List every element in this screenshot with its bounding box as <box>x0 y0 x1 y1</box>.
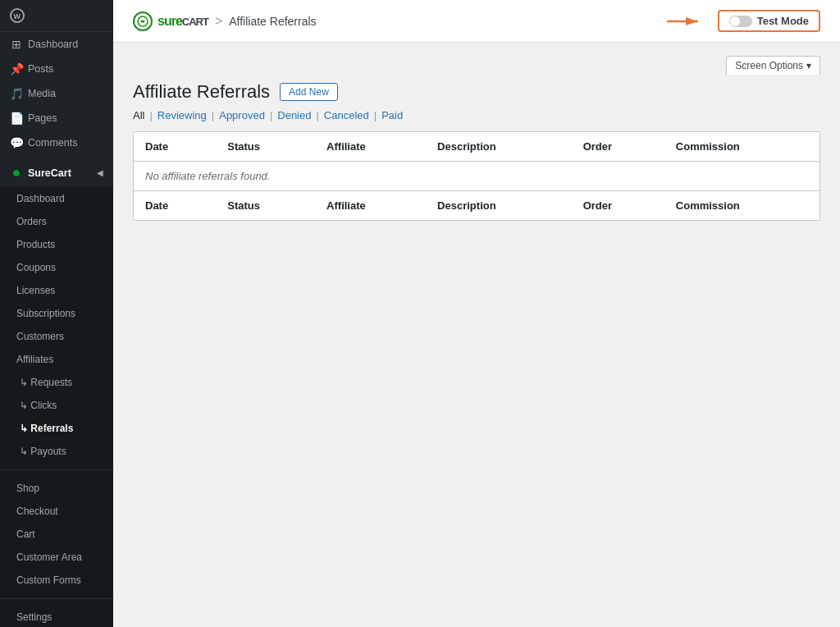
table-head: Date Status Affiliate Description Order … <box>134 132 819 162</box>
filter-link-paid[interactable]: Paid <box>381 109 403 121</box>
col-commission: Commission <box>664 132 819 162</box>
sidebar-item-posts[interactable]: 📌 Posts <box>0 57 113 81</box>
surecart-submenu: Dashboard Orders Products Coupons Licens… <box>0 187 113 627</box>
sidebar-item-sc-checkout[interactable]: Checkout <box>0 500 113 523</box>
surecart-icon: ● <box>10 164 23 181</box>
sidebar-item-sc-coupons[interactable]: Coupons <box>0 256 113 279</box>
sc-requests-label: ↳ Requests <box>20 377 103 388</box>
sidebar-item-sc-customer-area[interactable]: Customer Area <box>0 546 113 569</box>
pages-icon: 📄 <box>10 112 23 125</box>
sidebar-item-sc-payouts[interactable]: ↳ Payouts <box>0 440 113 463</box>
sidebar-item-sc-dashboard[interactable]: Dashboard <box>0 187 113 210</box>
divider-2 <box>0 598 113 599</box>
filter-link-approved[interactable]: Approved <box>219 109 265 121</box>
sc-payouts-label: ↳ Payouts <box>20 446 103 457</box>
sc-products-label: Products <box>16 239 103 250</box>
screen-options-label: Screen Options <box>735 60 803 71</box>
filter-link-canceled[interactable]: Canceled <box>324 109 369 121</box>
sidebar-item-dashboard-label: Dashboard <box>28 39 103 50</box>
filter-sep-3: | <box>270 109 272 121</box>
sidebar-item-surecart[interactable]: ● SureCart ◀ <box>0 158 113 187</box>
sidebar-item-sc-shop[interactable]: Shop <box>0 477 113 500</box>
foot-col-order: Order <box>572 191 664 221</box>
sc-customer-area-label: Customer Area <box>16 551 103 563</box>
foot-col-description: Description <box>426 191 572 221</box>
sidebar-item-sc-cart[interactable]: Cart <box>0 523 113 546</box>
surecart-logo: sureCART <box>133 11 208 31</box>
wp-logo: W <box>0 0 113 32</box>
page-title-row: Affiliate Referrals Add New <box>133 81 820 103</box>
sidebar-item-pages-label: Pages <box>28 112 103 124</box>
sidebar-item-sc-customers[interactable]: Customers <box>0 325 113 348</box>
posts-icon: 📌 <box>10 62 23 76</box>
foot-col-commission: Commission <box>664 191 819 221</box>
foot-col-date: Date <box>134 191 216 221</box>
sidebar-item-sc-orders[interactable]: Orders <box>0 210 113 233</box>
sc-settings-label: Settings <box>16 611 103 623</box>
filter-link-reviewing[interactable]: Reviewing <box>158 109 207 121</box>
comments-icon: 💬 <box>10 136 23 149</box>
sc-affiliates-label: Affiliates <box>16 354 103 365</box>
filter-sep-4: | <box>316 109 318 121</box>
sidebar-item-sc-custom-forms[interactable]: Custom Forms <box>0 569 113 592</box>
topbar-right: Test Mode <box>667 10 820 32</box>
sidebar-item-sc-subscriptions[interactable]: Subscriptions <box>0 302 113 325</box>
surecart-arrow-icon: ◀ <box>97 168 103 177</box>
test-mode-button[interactable]: Test Mode <box>718 10 820 32</box>
sidebar-item-pages[interactable]: 📄 Pages <box>0 106 113 130</box>
col-order: Order <box>572 132 664 162</box>
sidebar-item-surecart-label: SureCart <box>28 167 92 179</box>
referrals-table-wrap: Date Status Affiliate Description Order … <box>133 131 820 221</box>
sidebar-item-sc-clicks[interactable]: ↳ Clicks <box>0 394 113 417</box>
table-header-row: Date Status Affiliate Description Order … <box>134 132 819 162</box>
referrals-table: Date Status Affiliate Description Order … <box>134 132 819 220</box>
arrow-indicator-svg <box>667 11 708 31</box>
sidebar-item-comments-label: Comments <box>28 137 103 149</box>
content-header: sureCART > Affiliate Referrals Test Mode <box>113 0 840 43</box>
filter-link-all[interactable]: All <box>133 109 144 121</box>
filter-sep-2: | <box>212 109 214 121</box>
media-icon: 🎵 <box>10 87 23 100</box>
sc-checkout-label: Checkout <box>16 506 103 517</box>
table-body: No affiliate referrals found. <box>134 162 819 191</box>
col-affiliate: Affiliate <box>315 132 426 162</box>
breadcrumb-current: Affiliate Referrals <box>229 15 316 28</box>
sidebar-item-sc-affiliates[interactable]: Affiliates <box>0 348 113 371</box>
sidebar-item-sc-products[interactable]: Products <box>0 233 113 256</box>
sidebar-item-sc-referrals[interactable]: ↳ Referrals <box>0 417 113 440</box>
surecart-logo-text: sureCART <box>158 14 208 29</box>
sidebar-item-comments[interactable]: 💬 Comments <box>0 130 113 155</box>
sidebar-item-media-label: Media <box>28 88 103 99</box>
sc-cart-label: Cart <box>16 529 103 540</box>
sidebar-item-dashboard[interactable]: ⊞ Dashboard <box>0 32 113 57</box>
table-footer-row: Date Status Affiliate Description Order … <box>134 191 819 221</box>
col-description: Description <box>426 132 572 162</box>
dashboard-icon: ⊞ <box>10 38 23 51</box>
sc-subscriptions-label: Subscriptions <box>16 308 103 319</box>
main-area: sureCART > Affiliate Referrals Test Mode <box>113 0 840 627</box>
foot-col-affiliate: Affiliate <box>315 191 426 221</box>
filter-sep-1: | <box>149 109 152 121</box>
page-title: Affiliate Referrals <box>133 81 270 103</box>
sidebar: W ⊞ Dashboard 📌 Posts 🎵 Media 📄 Pages 💬 … <box>0 0 113 627</box>
sidebar-item-media[interactable]: 🎵 Media <box>0 81 113 106</box>
col-date: Date <box>134 132 216 162</box>
sidebar-item-posts-label: Posts <box>28 63 103 75</box>
breadcrumb: sureCART > Affiliate Referrals <box>133 11 317 31</box>
table-foot: Date Status Affiliate Description Order … <box>134 191 819 221</box>
screen-options-arrow-icon: ▾ <box>806 60 811 71</box>
screen-options-button[interactable]: Screen Options ▾ <box>726 56 820 75</box>
sidebar-item-sc-settings[interactable]: Settings <box>0 606 113 627</box>
add-new-button[interactable]: Add New <box>280 83 338 101</box>
breadcrumb-separator: > <box>215 14 222 29</box>
sc-clicks-label: ↳ Clicks <box>20 400 103 411</box>
surecart-logo-circle <box>133 11 153 31</box>
svg-text:W: W <box>14 12 21 21</box>
sidebar-item-sc-licenses[interactable]: Licenses <box>0 279 113 302</box>
col-status: Status <box>216 132 315 162</box>
test-mode-toggle[interactable] <box>729 16 752 27</box>
sidebar-item-sc-requests[interactable]: ↳ Requests <box>0 371 113 394</box>
sc-orders-label: Orders <box>16 216 103 227</box>
filter-link-denied[interactable]: Denied <box>277 109 311 121</box>
table-empty-message: No affiliate referrals found. <box>134 162 819 191</box>
